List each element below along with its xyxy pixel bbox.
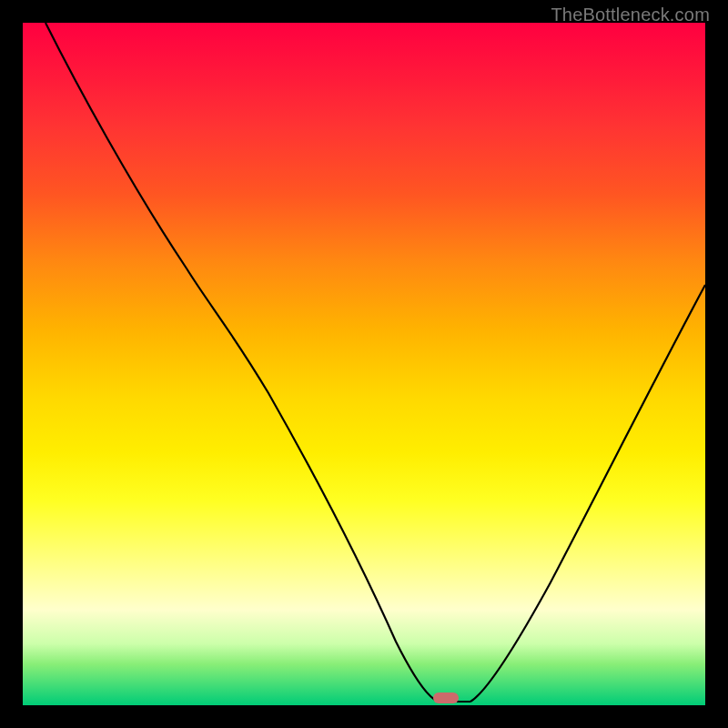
plot-area [23, 23, 705, 705]
bottleneck-curve [23, 23, 705, 705]
attribution-label: TheBottleneck.com [551, 5, 710, 25]
optimum-marker [433, 693, 459, 703]
chart-frame: TheBottleneck.com [0, 0, 728, 728]
